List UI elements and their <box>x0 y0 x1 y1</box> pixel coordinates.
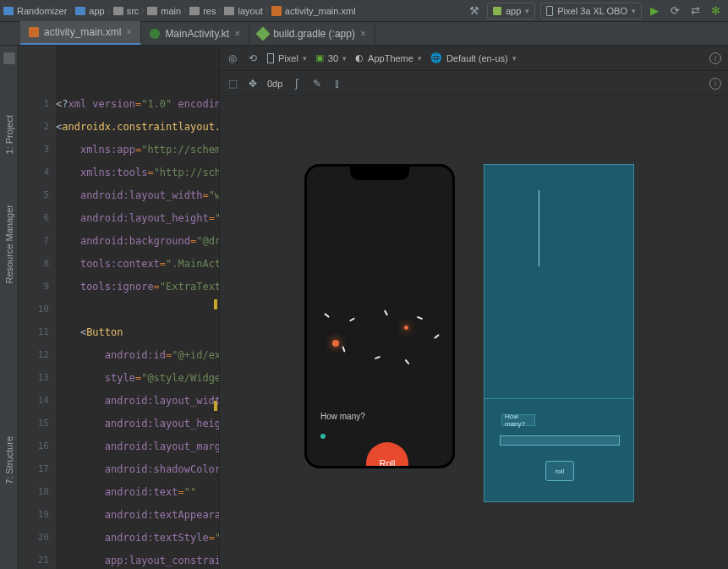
confetti-icon <box>332 340 339 347</box>
module-icon <box>493 7 501 15</box>
line-number: 1 <box>19 98 56 109</box>
tab-main-activity[interactable]: MainActivity.kt × <box>141 23 249 45</box>
locale-picker[interactable]: 🌐Default (en-us)▾ <box>430 52 517 63</box>
tab-activity-main[interactable]: activity_main.xml × <box>20 21 141 45</box>
device-notch <box>350 167 409 180</box>
build-hammer-icon[interactable]: ⚒ <box>467 3 482 19</box>
device-selector[interactable]: Pixel 3a XL OBO ▾ <box>540 3 642 19</box>
tab-build-gradle[interactable]: build.gradle (:app) × <box>249 23 375 45</box>
attach-debugger-icon[interactable]: ⇄ <box>687 3 703 19</box>
toolbar-actions: ⚒ app ▾ Pixel 3a XL OBO ▾ ▶ ⟳ ⇄ ✻ <box>467 3 728 19</box>
blueprint-roll-button[interactable]: roll <box>545 461 574 481</box>
run-config-selector[interactable]: app ▾ <box>487 3 535 19</box>
orientation-icon[interactable]: ⟲ <box>247 52 259 64</box>
eye-design-icon[interactable]: ◎ <box>227 52 238 64</box>
margin-picker[interactable]: 0dp <box>267 79 282 89</box>
line-number: 4 <box>19 167 56 178</box>
device-preview[interactable]: How many? Roll <box>304 164 455 468</box>
debug-icon[interactable]: ✻ <box>708 3 723 19</box>
line-number: 21 <box>19 555 56 566</box>
locale-label: Default (en-us) <box>446 53 508 63</box>
run-button[interactable]: ▶ <box>647 3 662 19</box>
blueprint-roll-label: roll <box>556 468 565 475</box>
api-picker[interactable]: ▣30▾ <box>315 52 347 63</box>
line-number: 6 <box>19 212 56 223</box>
select-icon[interactable]: ⬚ <box>227 78 238 90</box>
roll-button-label: Roll <box>380 458 396 468</box>
code-editor[interactable]: 1<?xml version="1.0" encoding="utf8 2<an… <box>19 46 220 569</box>
clear-constraints-icon[interactable]: ✎ <box>311 78 323 90</box>
blueprint-preview[interactable]: How many? roll <box>484 164 634 502</box>
blueprint-divider <box>484 398 633 399</box>
pan-icon[interactable]: ✥ <box>247 78 259 90</box>
confetti-icon <box>404 359 409 365</box>
line-number: 9 <box>19 281 56 292</box>
crumb-label: activity_main.xml <box>285 6 356 16</box>
infer-constraints-icon[interactable]: ʃ <box>291 78 303 90</box>
confetti-icon <box>384 309 388 315</box>
crumb-item[interactable]: src <box>113 6 140 16</box>
apply-changes-icon[interactable]: ⟳ <box>667 3 682 19</box>
crumb-item[interactable]: main <box>147 6 181 16</box>
project-tool-icon[interactable] <box>3 52 15 64</box>
xml-file-icon <box>271 6 282 16</box>
crumb-label: res <box>203 6 216 16</box>
crumb-item[interactable]: res <box>189 6 216 16</box>
device-picker[interactable]: Pixel▾ <box>267 53 307 63</box>
line-number: 5 <box>19 189 56 200</box>
rail-resource-manager[interactable]: Resource Manager <box>4 205 14 284</box>
line-number: 11 <box>19 326 56 337</box>
roll-button[interactable]: Roll <box>366 442 408 468</box>
info-icon[interactable]: ! <box>709 52 721 64</box>
line-number: 13 <box>19 372 56 383</box>
blueprint-how-label: How many? <box>501 414 535 426</box>
line-number: 14 <box>19 395 56 406</box>
rail-project[interactable]: 1: Project <box>4 115 14 154</box>
indicator-dot <box>320 434 326 439</box>
how-many-label: How many? <box>320 412 365 421</box>
close-icon[interactable]: × <box>360 28 366 40</box>
chevron-right-icon: 〉 <box>140 7 145 15</box>
preview-canvas[interactable]: How many? Roll How many? roll <box>220 96 728 569</box>
code-body: 1<?xml version="1.0" encoding="utf8 2<an… <box>19 46 219 569</box>
confetti-icon <box>375 356 380 359</box>
blueprint-constraint-line <box>539 190 539 266</box>
line-number: 3 <box>19 144 56 155</box>
android-icon: ▣ <box>315 52 324 63</box>
theme-label: AppTheme <box>368 53 413 63</box>
crumb-item[interactable]: activity_main.xml <box>271 6 356 16</box>
rail-structure[interactable]: 7: Structure <box>4 436 14 484</box>
chevron-right-icon: 〉 <box>68 7 74 15</box>
tab-label: build.gradle (:app) <box>273 28 355 40</box>
guidelines-icon[interactable]: ⫿ <box>331 78 343 90</box>
close-icon[interactable]: × <box>126 26 132 38</box>
close-icon[interactable]: × <box>234 28 240 40</box>
chevron-right-icon: 〉 <box>107 7 112 15</box>
design-toolbar-primary: ◎ ⟲ Pixel▾ ▣30▾ ◐AppTheme▾ 🌐Default (en-… <box>220 46 728 71</box>
gradle-file-icon <box>256 27 271 41</box>
chevron-down-icon: ▾ <box>525 7 529 15</box>
chevron-right-icon: 〉 <box>265 7 270 15</box>
api-label: 30 <box>328 53 338 63</box>
confetti-icon <box>342 346 345 352</box>
theme-picker[interactable]: ◐AppTheme▾ <box>355 52 422 63</box>
module-icon <box>3 7 14 15</box>
info-icon[interactable]: ! <box>709 78 721 90</box>
line-number: 17 <box>19 463 56 474</box>
device-picker-label: Pixel <box>278 53 298 63</box>
kotlin-file-icon <box>150 29 160 39</box>
crumb-item[interactable]: layout <box>224 6 262 16</box>
editor-tabs: activity_main.xml × MainActivity.kt × bu… <box>0 22 728 46</box>
crumb-item[interactable]: Randomizer <box>3 6 67 16</box>
chevron-down-icon: ▾ <box>418 54 422 63</box>
blueprint-slider-outline <box>500 435 620 446</box>
crumb-label: main <box>161 6 181 16</box>
line-number: 12 <box>19 349 56 360</box>
confetti-icon <box>404 326 408 330</box>
phone-icon <box>267 53 274 63</box>
line-number: 16 <box>19 440 56 451</box>
crumb-item[interactable]: app <box>75 6 104 16</box>
folder-icon <box>147 7 157 15</box>
run-config-label: app <box>506 6 521 16</box>
device-label: Pixel 3a XL OBO <box>557 6 627 16</box>
